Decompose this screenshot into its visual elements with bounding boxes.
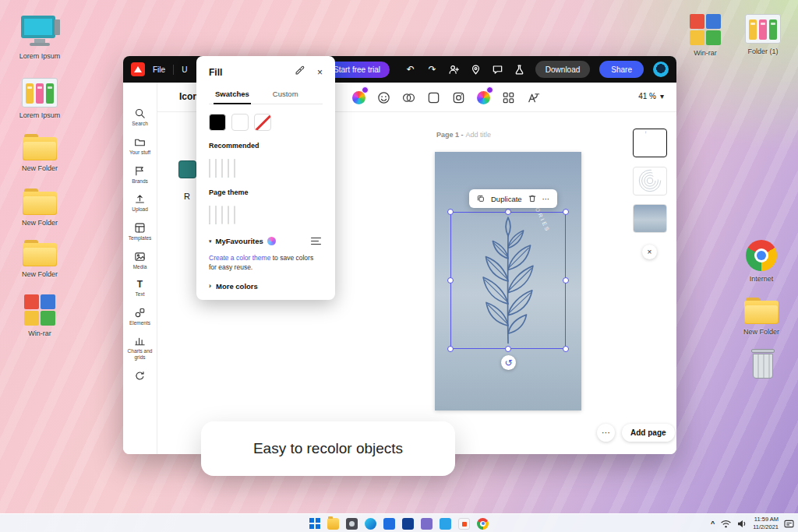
desktop-icon-recycle-bin[interactable]	[733, 349, 793, 386]
tab-custom[interactable]: Custom	[271, 86, 300, 104]
sticker-smiley-icon[interactable]	[376, 90, 391, 105]
add-page-button[interactable]: Add page	[622, 424, 675, 442]
rotate-handle[interactable]: ↺	[501, 355, 516, 370]
swatch[interactable]	[234, 206, 235, 224]
sidebar-item-media[interactable]: Media	[123, 251, 157, 270]
page-options-button[interactable]: ⋯	[597, 424, 615, 442]
taskbar-app-icon[interactable]	[458, 518, 470, 530]
beta-flask-icon[interactable]	[514, 63, 526, 76]
shapes-icon[interactable]	[401, 90, 416, 105]
resize-handle[interactable]	[563, 277, 569, 284]
desktop-icon-computer[interactable]: Lorem Ipsum	[9, 16, 70, 61]
volume-icon[interactable]	[737, 520, 747, 528]
resize-handle[interactable]	[447, 346, 454, 352]
more-colors-row[interactable]: › More colors	[209, 282, 323, 291]
menu-partial[interactable]: U	[182, 65, 187, 74]
desktop-icon-winrar[interactable]: Win-rar	[675, 14, 736, 58]
swatch[interactable]	[221, 159, 223, 178]
favourites-row[interactable]: ▾ MyFavourites	[209, 237, 323, 245]
color-wheel-icon[interactable]	[351, 90, 366, 105]
undo-icon[interactable]: ↶	[404, 63, 417, 76]
swatch[interactable]	[228, 206, 229, 224]
selection-box[interactable]	[450, 212, 566, 349]
page-thumbnail-2[interactable]	[633, 167, 667, 196]
close-icon[interactable]: ×	[642, 245, 657, 259]
comment-icon[interactable]	[492, 63, 504, 76]
chrome-icon[interactable]	[477, 518, 489, 530]
desktop-icon-folder[interactable]: New Folder	[731, 298, 792, 336]
taskbar-app-icon[interactable]	[402, 518, 414, 530]
desktop-icon-winrar[interactable]: Win-rar	[9, 294, 70, 338]
sidebar-item-more[interactable]	[123, 370, 157, 383]
taskbar-app-icon[interactable]	[383, 518, 395, 530]
desktop-icon-internet[interactable]: Internet	[731, 240, 792, 284]
sidebar-item-charts-and-grids[interactable]: Charts and grids	[123, 335, 157, 361]
resize-handle[interactable]	[505, 346, 511, 352]
menu-file[interactable]: File	[153, 65, 165, 74]
swatch[interactable]	[209, 159, 210, 178]
sidebar-item-upload[interactable]: Upload	[123, 193, 157, 213]
desktop-icon-binders[interactable]: Lorem Ipsum	[9, 78, 70, 120]
duplicate-button[interactable]: Duplicate	[491, 195, 522, 203]
page-thumbnail-3[interactable]	[633, 204, 667, 233]
swatch-white[interactable]	[231, 114, 249, 131]
eyedropper-icon[interactable]	[294, 65, 305, 79]
location-pin-icon[interactable]	[470, 63, 482, 76]
app-logo-icon[interactable]	[131, 62, 145, 76]
resize-handle[interactable]	[505, 209, 511, 215]
camera-app-icon[interactable]	[346, 518, 358, 530]
desktop-icon-binders[interactable]: Folder (1)	[733, 14, 793, 56]
share-button[interactable]: Share	[599, 61, 644, 78]
resize-handle[interactable]	[447, 277, 454, 284]
file-explorer-icon[interactable]	[327, 518, 339, 530]
add-title-placeholder[interactable]: Add title	[466, 131, 492, 139]
zoom-control[interactable]: 41 % ▾	[638, 92, 664, 100]
create-color-theme-link[interactable]: Create a color theme	[209, 254, 270, 262]
apps-grid-icon[interactable]	[500, 90, 516, 105]
effects-wheel-icon[interactable]	[475, 90, 491, 105]
desktop-icon-folder[interactable]: New Folder	[9, 188, 70, 227]
resize-handle[interactable]	[563, 209, 569, 215]
download-button[interactable]: Download	[535, 61, 590, 78]
trash-icon[interactable]	[528, 194, 537, 203]
desktop-icon-folder[interactable]: New Folder	[9, 240, 70, 279]
notification-icon[interactable]	[784, 520, 794, 528]
current-fill-swatch[interactable]	[178, 160, 196, 178]
resize-handle[interactable]	[563, 346, 569, 352]
taskbar-app-icon[interactable]	[421, 518, 433, 530]
edge-icon[interactable]	[365, 518, 376, 530]
page-thumbnail-1[interactable]	[633, 129, 667, 157]
close-icon[interactable]: ×	[317, 67, 323, 78]
start-button[interactable]	[309, 518, 320, 529]
swatch[interactable]	[234, 159, 235, 178]
sidebar-item-brands[interactable]: Brands	[123, 165, 157, 185]
tray-expand-icon[interactable]: ^	[711, 520, 715, 527]
resize-handle[interactable]	[447, 209, 454, 215]
swatch[interactable]	[221, 206, 223, 224]
tab-swatches[interactable]: Swatches	[214, 86, 251, 104]
more-options-icon[interactable]: ⋯	[542, 195, 550, 203]
swatch[interactable]	[209, 206, 210, 224]
redo-icon[interactable]: ↷	[426, 63, 439, 76]
desktop-icon-folder[interactable]: New Folder	[9, 134, 70, 173]
sidebar-item-elements[interactable]: Elements	[123, 307, 157, 326]
swatch[interactable]	[215, 206, 217, 224]
clock[interactable]: 11:59 AM 11/2/2021	[753, 516, 779, 531]
sidebar-item-your-stuff[interactable]: Your stuff	[123, 136, 157, 156]
partial-hidden-control[interactable]: R	[184, 192, 190, 201]
wifi-icon[interactable]	[720, 520, 732, 528]
swatch-black[interactable]	[209, 114, 226, 131]
swatch[interactable]	[215, 159, 217, 178]
account-avatar[interactable]	[653, 62, 669, 77]
social-frame-icon[interactable]	[450, 90, 466, 105]
invite-people-icon[interactable]	[448, 63, 461, 76]
frame-icon[interactable]	[425, 90, 441, 105]
sidebar-item-templates[interactable]: Templates	[123, 222, 157, 241]
taskbar-app-icon[interactable]	[440, 518, 451, 530]
sidebar-item-text[interactable]: T Text	[123, 280, 157, 298]
translate-icon[interactable]	[525, 90, 541, 105]
swatch[interactable]	[228, 159, 229, 178]
sidebar-item-search[interactable]: Search	[123, 107, 157, 127]
filter-lines-icon[interactable]	[311, 238, 323, 245]
swatch-none[interactable]	[254, 114, 271, 131]
